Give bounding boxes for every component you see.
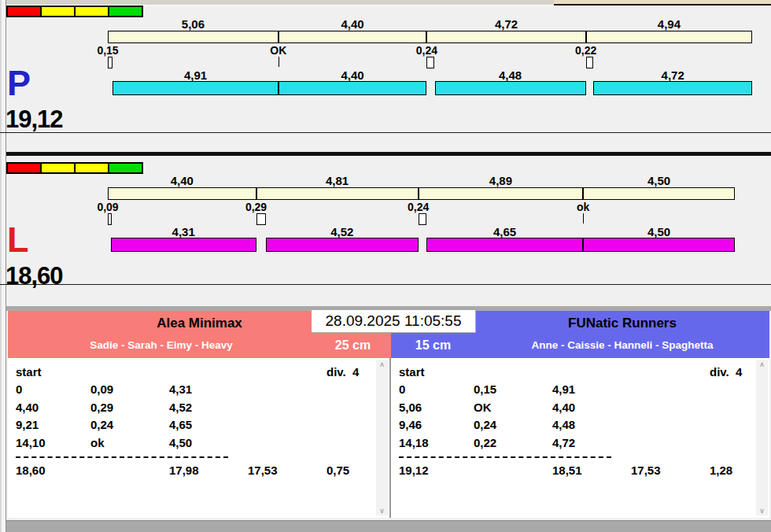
- bottom-bar-value: 4,72: [641, 68, 704, 82]
- bottom-bar-segment: [113, 81, 278, 95]
- top-bar-value: 4,94: [637, 17, 700, 31]
- top-bar-segment: [108, 31, 279, 43]
- table-divider: [399, 456, 611, 458]
- bottom-bar-value: 4,65: [474, 225, 537, 238]
- team-subrow: Sadie - Sarah - Eimy - Heavy 25 cm: [8, 334, 391, 358]
- background-window-strip: [0, 0, 771, 6]
- table-cell: 5,06: [399, 399, 474, 416]
- bottom-bar-segment: [266, 238, 419, 252]
- marker-gap-box: [108, 213, 112, 225]
- marker-gap-box: [108, 57, 113, 68]
- top-bar-value: 4,81: [306, 174, 369, 187]
- marker-value: 0,24: [395, 44, 458, 57]
- table-rows: 00,094,314,400,294,529,210,244,6514,10ok…: [16, 381, 389, 452]
- lane-total: 18,60: [6, 262, 63, 290]
- marker-value: 0,22: [555, 44, 618, 57]
- team-subrow: 15 cm Anne - Caissie - Hanneli - Spaghet…: [391, 334, 769, 358]
- table-header-row: start div. 4: [16, 364, 389, 381]
- bottom-bar-segment: [583, 238, 735, 252]
- scroll-up-button[interactable]: ∧: [379, 360, 385, 369]
- team-score-table: start div. 4 00,154,915,06OK4,409,460,24…: [391, 358, 769, 518]
- table-header-row: start div. 4: [399, 364, 769, 381]
- marker-ok-tick: [279, 57, 279, 67]
- vertical-scrollbar[interactable]: ∧ ∨: [756, 360, 768, 515]
- table-cell: 14,10: [16, 434, 90, 452]
- net-distance: 18,51: [552, 462, 631, 479]
- top-bar-value: 5,06: [161, 17, 224, 31]
- bottom-bar-segment: [593, 81, 752, 95]
- marker-value: OK: [247, 44, 310, 57]
- table-row: 9,460,244,48: [399, 416, 769, 434]
- bottom-bar-value: 4,50: [628, 225, 691, 238]
- scroll-up-button[interactable]: ∧: [759, 360, 765, 369]
- top-bar-segment: [586, 31, 753, 43]
- table-cell: 0,24: [90, 416, 169, 434]
- table-cell: 4,40: [16, 399, 90, 416]
- top-bar-segment: [419, 187, 584, 200]
- lane-letter: L: [7, 222, 29, 257]
- table-totals-row: 18,60 17,98 17,53 0,75: [16, 462, 389, 479]
- net-distance: 17,98: [169, 462, 248, 479]
- marker-value: ok: [552, 201, 614, 213]
- table-cell: 4,91: [552, 381, 631, 398]
- table-row: 00,154,91: [399, 381, 769, 398]
- bottom-bar-value: 4,48: [479, 68, 542, 82]
- table-cell: OK: [474, 399, 552, 416]
- total-distance: 18,60: [16, 462, 90, 479]
- top-bar-value: 4,89: [469, 174, 532, 187]
- background-window-gray: [0, 0, 554, 6]
- start-label: start: [16, 364, 90, 381]
- table-cell: 9,21: [16, 416, 90, 434]
- top-bar-segment: [426, 31, 585, 43]
- reference-distance: 17,53: [248, 462, 326, 479]
- table-row: 14,180,224,72: [399, 434, 769, 452]
- table-cell: 0: [399, 381, 474, 398]
- team-panel-right: FUNatic Runners 15 cm Anne - Caissie - H…: [391, 311, 769, 518]
- lane-letter: P: [7, 65, 31, 101]
- table-cell: 4,50: [169, 434, 248, 452]
- marker-gap-box: [256, 213, 266, 225]
- table-row: 5,06OK4,40: [399, 399, 769, 416]
- bottom-bar-value: 4,31: [152, 225, 215, 238]
- scroll-down-button[interactable]: ∨: [759, 506, 765, 515]
- bottom-bar-value: 4,40: [321, 68, 384, 82]
- datetime-display: 28.09.2025 11:05:55: [312, 310, 476, 333]
- table-totals-row: 19,12 18,51 17,53 1,28: [399, 462, 769, 479]
- table-cell: 0,22: [474, 434, 552, 452]
- marker-gap-box: [419, 213, 426, 225]
- table-cell: ok: [90, 434, 169, 452]
- marker-ok-tick: [583, 213, 584, 224]
- marker-value: 0,15: [76, 44, 139, 57]
- app-window: 5,060,154,40OK4,720,244,940,224,914,404,…: [0, 0, 771, 532]
- vertical-scrollbar[interactable]: ∧ ∨: [376, 360, 388, 515]
- table-cell: 4,65: [169, 416, 248, 434]
- table-row: 14,10ok4,50: [16, 434, 389, 452]
- top-bar-value: 4,40: [321, 17, 384, 31]
- empty-cell: [90, 462, 169, 479]
- top-bar-segment: [108, 187, 256, 200]
- table-cell: 0,15: [474, 381, 552, 398]
- team-members: Anne - Caissie - Hanneli - Spaghetta: [475, 334, 769, 358]
- team-score-table: start div. 4 00,094,314,400,294,529,210,…: [8, 358, 391, 518]
- team-members: Sadie - Sarah - Eimy - Heavy: [8, 334, 315, 358]
- table-cell: 0,29: [90, 399, 169, 416]
- lane-bars: 5,060,154,40OK4,720,244,940,224,914,404,…: [0, 6, 771, 132]
- table-row: 4,400,294,52: [16, 399, 389, 416]
- table-cell: 4,72: [552, 434, 631, 452]
- bottom-bar-segment: [279, 81, 427, 95]
- table-row: 00,094,31: [16, 381, 389, 398]
- empty-cell: [474, 462, 552, 479]
- background-window-tan: [554, 0, 771, 6]
- table-row: 9,210,244,65: [16, 416, 389, 434]
- top-bar-segment: [583, 187, 735, 200]
- table-cell: 14,18: [399, 434, 474, 452]
- top-bar-value: 4,72: [474, 17, 537, 31]
- top-bar-segment: [279, 31, 427, 43]
- start-label: start: [399, 364, 474, 381]
- table-cell: 4,52: [169, 399, 248, 416]
- top-bar-value: 4,40: [150, 174, 213, 187]
- table-cell: 0,09: [90, 381, 169, 398]
- table-cell: 0: [16, 381, 90, 398]
- bottom-bar-segment: [435, 81, 586, 95]
- scroll-down-button[interactable]: ∨: [379, 506, 385, 515]
